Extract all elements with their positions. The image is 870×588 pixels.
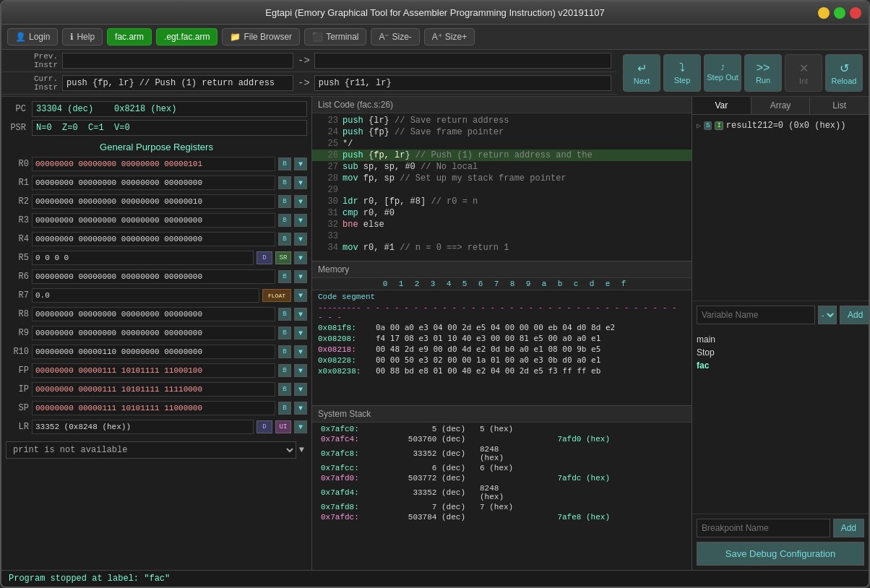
var-list: ▷ S I result212=0 (0x0 (hex)) xyxy=(692,115,869,301)
print-row: print is not available ▼ xyxy=(6,441,307,459)
r8-badge-btn[interactable]: B xyxy=(278,308,291,321)
size-minus-button[interactable]: A⁻ Size- xyxy=(371,28,419,46)
lr-badge-d[interactable]: D xyxy=(257,420,272,433)
r5-badge-s[interactable]: SR xyxy=(275,251,291,264)
psr-input[interactable] xyxy=(32,120,307,136)
register-row-r5: R5 0 0 0 0 D SR ▼ xyxy=(6,251,307,265)
memory-row-08218: 0x08218: 00 48 2d e9 00 d0 4d e2 0d b0 a… xyxy=(312,344,692,355)
r1-down[interactable]: ▼ xyxy=(294,176,307,189)
fp-down[interactable]: ▼ xyxy=(294,364,307,377)
r6-badge-btn[interactable]: B xyxy=(278,270,291,283)
maximize-button[interactable] xyxy=(834,7,845,19)
r5-down[interactable]: ▼ xyxy=(294,251,307,264)
ip-badge-btn[interactable]: B xyxy=(278,383,291,396)
lr-badge-u[interactable]: UI xyxy=(275,420,291,433)
var-expand-icon[interactable]: ▷ xyxy=(697,121,701,130)
size-plus-button[interactable]: A⁺ Size+ xyxy=(424,28,475,46)
print-dropdown-icon[interactable]: ▼ xyxy=(296,444,307,457)
r3-badge-btn[interactable]: B xyxy=(278,214,291,227)
stack-section: System Stack 0x7afc0: 5 (dec) 5 (hex) 0x… xyxy=(312,406,692,570)
lr-down[interactable]: ▼ xyxy=(294,420,307,433)
add-breakpoint-button[interactable]: Add xyxy=(833,519,864,537)
r4-badge-btn[interactable]: B xyxy=(278,233,291,246)
type-select[interactable]: - xyxy=(818,306,837,324)
step-out-button[interactable]: ⤴ Step Out xyxy=(704,54,741,92)
r9-badge-btn[interactable]: B xyxy=(278,327,291,340)
fac-arm-button[interactable]: fac.arm xyxy=(107,28,152,46)
file-browser-button[interactable]: 📁 File Browser xyxy=(222,28,300,46)
step-button[interactable]: ⤵ Step xyxy=(663,54,701,92)
tab-array[interactable]: Array xyxy=(751,97,811,114)
help-button[interactable]: ℹ Help xyxy=(62,28,103,46)
fp-badge-btn[interactable]: B xyxy=(278,364,291,377)
r8-down[interactable]: ▼ xyxy=(294,308,307,321)
status-text: Program stopped at label: "fac" xyxy=(9,574,170,584)
register-row-r9: R9 00000000 00000000 00000000 00000000 B… xyxy=(6,326,307,340)
terminal-button[interactable]: ⬛ Terminal xyxy=(304,28,366,46)
r5-badge-d[interactable]: D xyxy=(257,251,272,264)
terminal-icon: ⬛ xyxy=(312,32,323,42)
r1-badge-btn[interactable]: B xyxy=(278,176,291,189)
control-buttons: ↵ Next ⤵ Step ⤴ Step Out >> Run ✕ Int xyxy=(617,50,869,96)
info-icon: ℹ xyxy=(70,32,74,42)
save-debug-config-button[interactable]: Save Debug Configuration xyxy=(697,542,864,566)
var-badge-i: I xyxy=(715,121,723,130)
curr-arrow: -> xyxy=(298,77,310,89)
curr-result-input[interactable] xyxy=(314,75,611,91)
watch-item-stop: Stop xyxy=(697,346,864,359)
r0-down[interactable]: ▼ xyxy=(294,157,307,170)
memory-body[interactable]: Code segment --------- - - - - - - - - -… xyxy=(312,290,692,405)
r1-value: 00000000 00000000 00000000 00000000 xyxy=(32,176,275,190)
register-row-r8: R8 00000000 00000000 00000000 00000000 B… xyxy=(6,307,307,321)
r2-down[interactable]: ▼ xyxy=(294,195,307,208)
r3-down[interactable]: ▼ xyxy=(294,214,307,227)
r6-down[interactable]: ▼ xyxy=(294,270,307,283)
print-select[interactable]: print is not available xyxy=(6,441,296,459)
memory-row-081f8: 0x081f8: 0a 00 a0 e3 04 00 2d e5 04 00 0… xyxy=(312,322,692,333)
r2-badge-btn[interactable]: B xyxy=(278,195,291,208)
sp-down[interactable]: ▼ xyxy=(294,402,307,415)
r9-down[interactable]: ▼ xyxy=(294,327,307,340)
register-row-r3: R3 00000000 00000000 00000000 00000000 B… xyxy=(6,213,307,228)
variable-name-input[interactable] xyxy=(697,306,815,324)
step-out-icon: ⤴ xyxy=(721,64,725,72)
sp-badge-btn[interactable]: B xyxy=(278,402,291,415)
tab-var[interactable]: Var xyxy=(692,97,751,114)
pc-input[interactable] xyxy=(32,101,307,117)
stack-body[interactable]: 0x7afc0: 5 (dec) 5 (hex) 0x7afc4: 503760… xyxy=(312,423,692,570)
egt-fac-arm-button[interactable]: .egt.fac.arm xyxy=(156,28,218,46)
r4-down[interactable]: ▼ xyxy=(294,233,307,246)
var-item-result: ▷ S I result212=0 (0x0 (hex)) xyxy=(697,119,864,132)
r7-down[interactable]: ▼ xyxy=(294,289,307,302)
register-row-fp: FP 00000000 00000111 10101111 11000100 B… xyxy=(6,363,307,378)
prev-result-input[interactable] xyxy=(314,53,611,69)
memory-row-08228: 0x08228: 00 00 50 e3 02 00 00 1a 01 00 a… xyxy=(312,355,692,366)
tab-list[interactable]: List xyxy=(810,97,869,114)
next-button[interactable]: ↵ Next xyxy=(623,54,660,92)
r10-badge-btn[interactable]: B xyxy=(278,345,291,358)
breakpoint-name-input[interactable] xyxy=(697,519,830,537)
memory-row-08238: x0x08238: 00 88 bd e8 01 00 40 e2 04 00 … xyxy=(312,366,692,376)
prev-instr-input[interactable] xyxy=(62,53,293,69)
code-line-30: 30 ldr r0, [fp, #8] // r0 = n xyxy=(312,196,692,207)
gpr-title: General Purpose Registers xyxy=(6,142,307,152)
curr-instr-row: Curr. Instr -> xyxy=(1,72,617,95)
memory-row-08208: 0x08208: f4 17 08 e3 01 10 40 e3 00 00 8… xyxy=(312,333,692,344)
minimize-button[interactable] xyxy=(818,7,830,19)
prev-instr-row: Prev. Instr -> xyxy=(1,50,617,72)
stack-row-7afd8: 0x7afd8: 7 (dec) 7 (hex) xyxy=(312,502,692,512)
code-list[interactable]: 23 push {lr} // Save return address 24 p… xyxy=(312,113,692,261)
close-button[interactable] xyxy=(850,7,861,19)
curr-instr-input[interactable] xyxy=(62,75,293,91)
run-button[interactable]: >> Run xyxy=(744,54,782,92)
int-button[interactable]: ✕ Int xyxy=(785,54,822,92)
memory-title: Memory xyxy=(312,261,692,278)
r7-badge-float[interactable]: FLOAT xyxy=(262,289,291,302)
ip-down[interactable]: ▼ xyxy=(294,383,307,396)
reload-button[interactable]: ↺ Reload xyxy=(825,54,863,92)
r10-down[interactable]: ▼ xyxy=(294,345,307,358)
r0-badge-btn[interactable]: B xyxy=(278,157,291,170)
login-button[interactable]: 👤 Login xyxy=(7,28,58,46)
add-variable-button[interactable]: Add xyxy=(840,306,869,324)
memory-section: Memory 0 1 2 3 4 5 6 7 8 9 a b xyxy=(312,261,692,406)
